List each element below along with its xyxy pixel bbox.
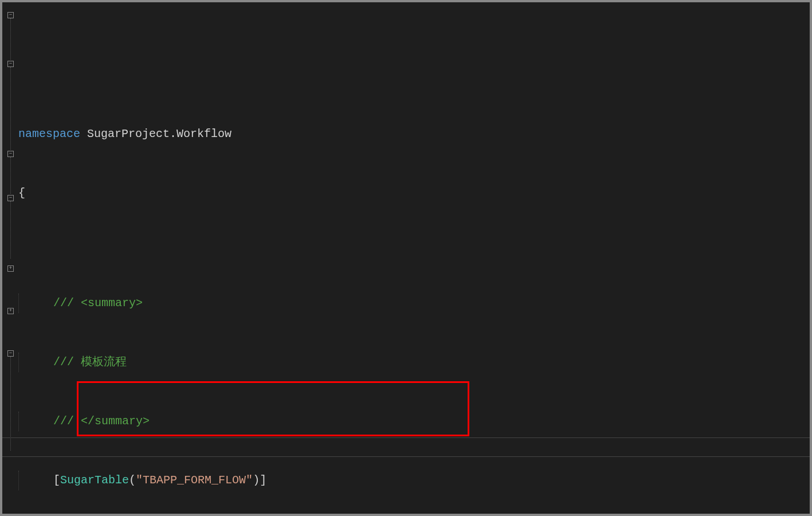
namespace-name: SugarProject.Workflow [87, 127, 232, 140]
code-line: /// <summary> [18, 294, 810, 313]
code-line: namespace SugarProject.Workflow [18, 124, 810, 144]
code-line: { [18, 183, 810, 203]
code-content[interactable]: namespace SugarProject.Workflow { /// <s… [18, 6, 810, 510]
xml-comment: /// <summary> [53, 296, 143, 310]
code-line: /// 模板流程 [18, 353, 810, 372]
fold-toggle[interactable]: − [7, 350, 14, 357]
xml-comment: /// </summary> [53, 415, 150, 428]
fold-guide [10, 201, 11, 259]
attribute-name: SugarTable [60, 474, 129, 487]
blank-line [18, 243, 810, 254]
fold-guide [10, 67, 11, 150]
keyword-namespace: namespace [18, 127, 80, 140]
bracket: [ [53, 474, 60, 487]
fold-toggle[interactable]: + [7, 308, 14, 314]
fold-toggle[interactable]: − [7, 12, 14, 18]
code-line: [SugarTable("TBAPP_FORM_FLOW")] [18, 471, 810, 490]
fold-guide [10, 18, 11, 60]
fold-toggle[interactable]: − [7, 151, 14, 157]
code-editor[interactable]: − − − − + + − namespace SugarProject.Wor… [2, 2, 810, 514]
fold-guide [10, 157, 11, 194]
current-line-indicator [2, 437, 810, 457]
brace: { [18, 186, 25, 200]
xml-comment: /// 模板流程 [53, 355, 127, 369]
fold-gutter: − − − − + + − [2, 6, 18, 510]
string-literal: "TBAPP_FORM_FLOW" [136, 474, 253, 487]
fold-toggle[interactable]: − [7, 195, 14, 201]
fold-guide [10, 357, 11, 451]
fold-toggle[interactable]: − [7, 61, 14, 67]
bracket: )] [253, 474, 266, 487]
code-line: /// </summary> [18, 412, 810, 431]
fold-toggle[interactable]: + [7, 265, 14, 272]
paren: ( [129, 474, 136, 487]
